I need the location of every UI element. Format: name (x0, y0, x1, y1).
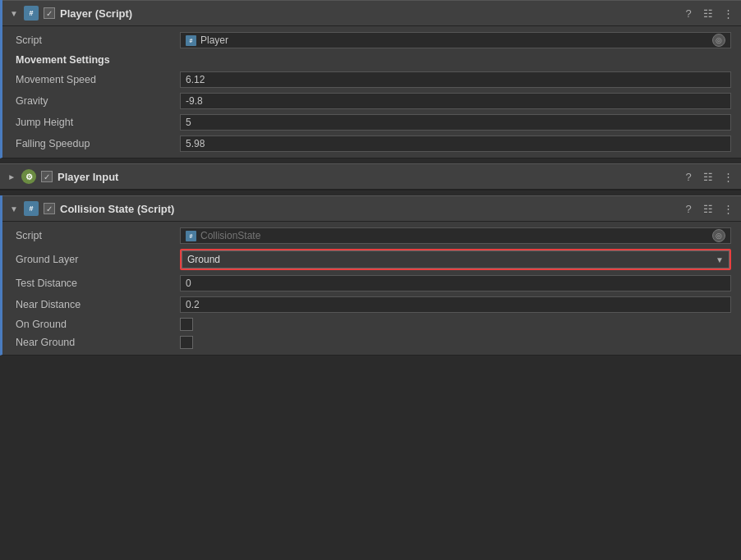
input-help-icon[interactable]: ? (682, 170, 695, 183)
help-icon[interactable]: ? (682, 7, 695, 20)
near-ground-checkbox[interactable] (180, 336, 193, 349)
dropdown-arrow-icon: ▼ (716, 255, 724, 264)
falling-speedup-label: Falling Speedup (16, 138, 180, 149)
near-distance-label: Near Distance (16, 299, 180, 310)
movement-settings-row: Movement Settings (2, 51, 741, 69)
collision-state-content: Script # CollisionState ◎ Ground Layer G… (2, 222, 741, 355)
test-distance-label: Test Distance (16, 278, 180, 289)
near-ground-value[interactable] (180, 336, 731, 349)
ground-layer-selected: Ground (187, 254, 716, 265)
collapse-chevron-collision[interactable]: ▼ (9, 204, 19, 213)
jump-height-label: Jump Height (16, 117, 180, 128)
falling-speedup-row: Falling Speedup (2, 133, 741, 154)
gravity-value[interactable] (180, 93, 731, 109)
ground-layer-label: Ground Layer (16, 254, 180, 265)
movement-speed-row: Movement Speed (2, 69, 741, 90)
collision-script-name: CollisionState (200, 230, 712, 241)
near-ground-label: Near Ground (16, 337, 180, 348)
enabled-checkbox[interactable] (44, 7, 55, 19)
collision-state-panel: ▼ # Collision State (Script) ? ☷ ⋮ Scrip… (0, 195, 741, 356)
input-more-icon[interactable]: ⋮ (721, 170, 734, 183)
input-enabled-checkbox[interactable] (41, 171, 53, 182)
player-script-panel: ▼ # Player (Script) ? ☷ ⋮ Script # Playe… (0, 0, 741, 158)
collapse-chevron[interactable]: ▼ (9, 8, 19, 18)
movement-speed-label: Movement Speed (16, 74, 180, 85)
more-icon[interactable]: ⋮ (721, 7, 734, 20)
collision-script-row: Script # CollisionState ◎ (2, 225, 741, 246)
near-distance-value[interactable] (180, 296, 731, 313)
near-distance-row: Near Distance (2, 294, 741, 315)
script-type-icon: # (186, 35, 196, 46)
script-value: # Player ◎ (180, 32, 731, 48)
ground-layer-value[interactable]: Ground ▼ (180, 249, 731, 270)
panel-title: Player (Script) (60, 7, 677, 20)
falling-speedup-value[interactable] (180, 135, 731, 152)
collision-script-type-icon: # (186, 231, 196, 241)
near-distance-input[interactable] (180, 296, 731, 313)
on-ground-row: On Ground (2, 315, 741, 333)
on-ground-value[interactable] (180, 318, 731, 331)
collision-script-label: Script (16, 230, 180, 241)
collision-sliders-icon[interactable]: ☷ (702, 202, 715, 215)
collision-state-header: ▼ # Collision State (Script) ? ☷ ⋮ (2, 195, 741, 222)
collision-script-value: # CollisionState ◎ (180, 227, 731, 244)
test-distance-row: Test Distance (2, 273, 741, 294)
falling-speedup-input[interactable] (180, 135, 731, 152)
movement-speed-value[interactable] (180, 71, 731, 88)
collision-header-icons: ? ☷ ⋮ (682, 202, 734, 215)
sliders-icon[interactable]: ☷ (702, 7, 715, 20)
player-input-title: Player Input (58, 171, 677, 183)
jump-height-input[interactable] (180, 114, 731, 131)
collision-script-target-icon[interactable]: ◎ (712, 229, 725, 242)
movement-settings-label: Movement Settings (16, 54, 180, 66)
script-row: Script # Player ◎ (2, 30, 741, 51)
input-sliders-icon[interactable]: ☷ (702, 170, 715, 183)
collision-help-icon[interactable]: ? (682, 202, 695, 215)
player-input-header: ▼ ⚙ Player Input ? ☷ ⋮ (0, 163, 741, 190)
test-distance-input[interactable] (180, 275, 731, 291)
on-ground-checkbox[interactable] (180, 318, 193, 331)
collision-script-icon: # (24, 201, 39, 216)
header-icons: ? ☷ ⋮ (682, 7, 734, 20)
near-ground-row: Near Ground (2, 333, 741, 351)
player-input-panel: ▼ ⚙ Player Input ? ☷ ⋮ (0, 163, 741, 190)
jump-height-value[interactable] (180, 114, 731, 131)
script-name: Player (200, 34, 712, 46)
gravity-input[interactable] (180, 93, 731, 109)
ground-layer-highlight: Ground ▼ (180, 249, 731, 270)
collapse-chevron-input[interactable]: ▼ (7, 172, 16, 181)
collision-state-title: Collision State (Script) (60, 203, 677, 215)
gravity-row: Gravity (2, 90, 741, 112)
test-distance-value[interactable] (180, 275, 731, 291)
input-header-icons: ? ☷ ⋮ (682, 170, 734, 183)
jump-height-row: Jump Height (2, 112, 741, 133)
on-ground-label: On Ground (16, 319, 180, 330)
player-script-content: Script # Player ◎ Movement Settings Move… (2, 26, 741, 158)
script-target-icon[interactable]: ◎ (712, 34, 725, 47)
ground-layer-dropdown[interactable]: Ground ▼ (182, 250, 729, 269)
movement-speed-input[interactable] (180, 71, 731, 88)
collision-enabled-checkbox[interactable] (44, 203, 55, 214)
script-label: Script (16, 34, 180, 46)
player-script-header: ▼ # Player (Script) ? ☷ ⋮ (2, 0, 741, 26)
collision-more-icon[interactable]: ⋮ (721, 202, 734, 215)
gravity-label: Gravity (16, 95, 180, 107)
script-icon: # (24, 6, 39, 21)
input-icon: ⚙ (21, 169, 36, 184)
ground-layer-row: Ground Layer Ground ▼ (2, 246, 741, 273)
